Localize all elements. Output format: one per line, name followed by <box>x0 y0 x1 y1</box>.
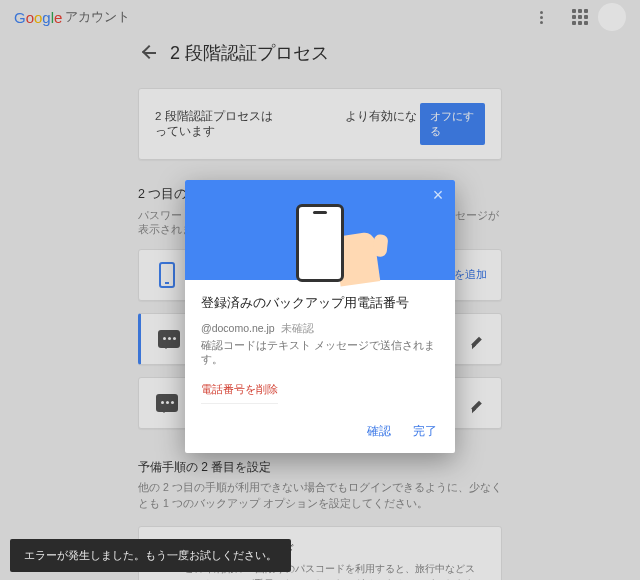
modal-overlay: × 登録済みのバックアップ用電話番号 @docomo.ne.jp未確認 確認コー… <box>0 0 640 580</box>
modal-title: 登録済みのバックアップ用電話番号 <box>201 294 439 312</box>
close-icon[interactable]: × <box>429 186 447 204</box>
confirm-button[interactable]: 確認 <box>367 424 391 439</box>
modal-hero: × <box>185 180 455 280</box>
error-toast: エラーが発生しました。もう一度お試しください。 <box>10 539 291 572</box>
phone-illustration <box>296 204 344 282</box>
modal-phone-line: @docomo.ne.jp未確認 <box>201 322 439 336</box>
done-button[interactable]: 完了 <box>413 424 437 439</box>
delete-phone-link[interactable]: 電話番号を削除 <box>201 382 278 404</box>
modal-desc: 確認コードはテキスト メッセージで送信されます。 <box>201 339 439 367</box>
backup-phone-modal: × 登録済みのバックアップ用電話番号 @docomo.ne.jp未確認 確認コー… <box>185 180 455 453</box>
